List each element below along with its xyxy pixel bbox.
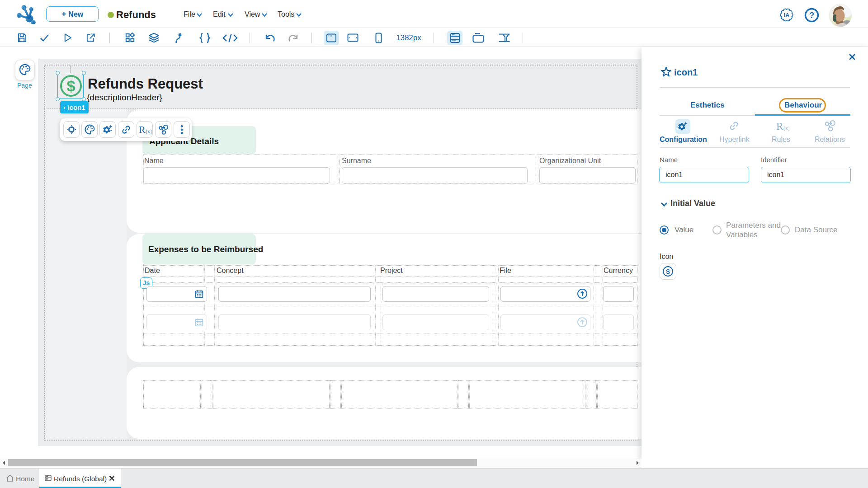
svg-text:$: $ [666, 267, 670, 275]
svg-text:IA: IA [784, 12, 790, 19]
svg-text:?: ? [809, 10, 815, 20]
svg-text:R: R [139, 124, 146, 135]
svg-text:R: R [776, 121, 783, 132]
svg-text:(x): (x) [146, 128, 151, 135]
svg-text:(x): (x) [783, 125, 789, 131]
